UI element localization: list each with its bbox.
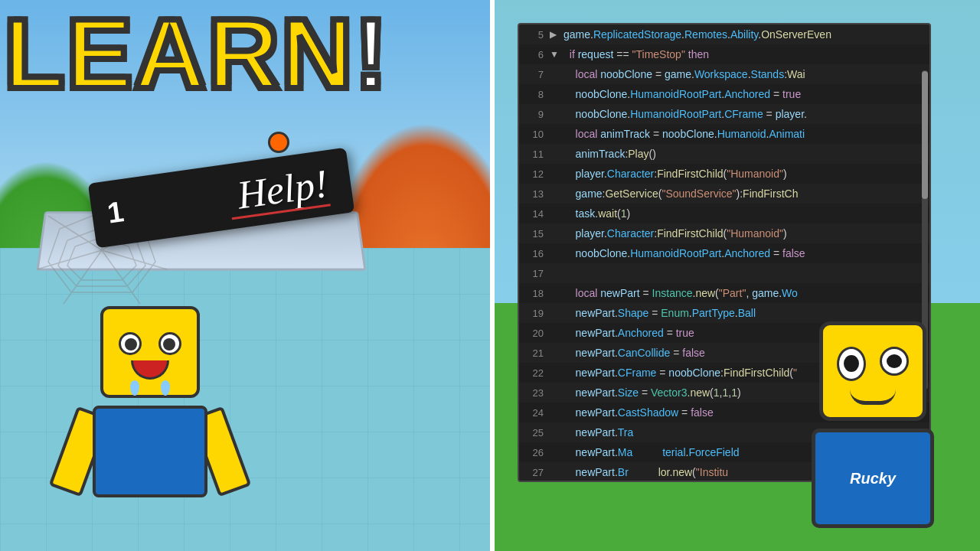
learn-title: LEARN! [4, 4, 389, 103]
left-panel: 1 Help! LEARN! [0, 0, 505, 551]
char-right-eye-right [880, 347, 909, 376]
code-17 [564, 267, 567, 279]
code-25: newPart.Tra [564, 426, 633, 439]
svg-line-3 [102, 250, 140, 304]
arrow-25 [550, 427, 560, 438]
code-5: game.ReplicatedStorage.Remotes.Ability.O… [564, 28, 831, 41]
code-13: game:GetService("SoundService"):FindFirs… [564, 187, 798, 200]
arrow-18 [550, 288, 560, 298]
arrow-11 [550, 148, 560, 159]
line-num-6: 6 [522, 49, 544, 60]
code-line-8: 8 noobClone.HumanoidRootPart.Anchored = … [519, 84, 929, 104]
exclaim-dot [268, 132, 289, 153]
scrollbar-thumb[interactable] [922, 71, 928, 199]
code-11: animTrack:Play() [564, 148, 656, 160]
arrow-27 [550, 467, 560, 478]
code-23: newPart.Size = Vector3.new(1,1,1) [564, 386, 741, 399]
arrow-16 [550, 248, 560, 259]
line-num-13: 13 [522, 188, 544, 200]
line-num-26: 26 [522, 447, 544, 458]
code-line-12: 12 player.Character:FindFirstChild("Huma… [519, 164, 929, 184]
char-mouth-left [131, 360, 169, 380]
character-right: Rucky [766, 321, 980, 551]
code-16: noobClone.HumanoidRootPart.Anchored = fa… [564, 247, 805, 259]
code-line-9: 9 noobClone.HumanoidRootPart.CFrame = pl… [519, 104, 929, 124]
code-line-15: 15 player.Character:FindFirstChild("Huma… [519, 223, 929, 243]
code-14: task.wait(1) [564, 207, 630, 220]
line-num-20: 20 [522, 328, 544, 339]
code-line-7: 7 local noobClone = game.Workspace.Stand… [519, 64, 929, 84]
code-line-6: 6 ▼ if request == "TimeStop" then [519, 44, 929, 64]
code-line-5: 5 ▶ game.ReplicatedStorage.Remotes.Abili… [519, 24, 929, 44]
line-num-27: 27 [522, 467, 544, 478]
line-num-22: 22 [522, 367, 544, 379]
arrow-19 [550, 308, 560, 318]
learn-text: LEARN [4, 0, 354, 109]
character-left [51, 306, 250, 551]
arrow-6: ▼ [550, 49, 560, 60]
code-22: newPart.CFrame = noobClone:FindFirstChil… [564, 367, 797, 379]
arrow-15 [550, 228, 560, 239]
code-7: local noobClone = game.Workspace.Stands:… [564, 68, 805, 80]
svg-line-4 [64, 250, 102, 304]
code-line-19: 19 newPart.Shape = Enum.PartType.Ball [519, 303, 929, 323]
arrow-9 [550, 109, 560, 119]
line-num-14: 14 [522, 208, 544, 220]
code-18: local newPart = Instance.new("Part", gam… [564, 287, 798, 299]
code-line-18: 18 local newPart = Instance.new("Part", … [519, 283, 929, 303]
line-num-24: 24 [522, 407, 544, 419]
code-6: if request == "TimeStop" then [564, 48, 709, 60]
arrow-13 [550, 188, 560, 199]
exclaim-mark: ! [354, 0, 389, 109]
line-num-5: 5 [522, 29, 544, 41]
code-20: newPart.Anchored = true [564, 327, 694, 339]
code-line-11: 11 animTrack:Play() [519, 144, 929, 164]
char-right-mouth [850, 390, 896, 405]
line-num-12: 12 [522, 168, 544, 180]
code-line-16: 16 noobClone.HumanoidRootPart.Anchored =… [519, 243, 929, 263]
line-num-15: 15 [522, 228, 544, 240]
code-line-14: 14 task.wait(1) [519, 204, 929, 223]
code-27: newPart.Br lor.new("Institu [564, 466, 728, 478]
char-eye-right [158, 332, 181, 355]
line-num-7: 7 [522, 69, 544, 80]
char-right-eye-left [837, 347, 866, 381]
char-head-left [100, 306, 200, 398]
char-torso-left [93, 406, 207, 497]
line-num-25: 25 [522, 427, 544, 439]
right-panel: 5 ▶ game.ReplicatedStorage.Remotes.Abili… [495, 0, 980, 551]
code-26: newPart.Ma terial.ForceField [564, 446, 740, 458]
arrow-8 [550, 89, 560, 99]
code-10: local animTrack = noobClone.Humanoid.Ani… [564, 128, 805, 140]
arrow-10 [550, 129, 560, 139]
arrow-12 [550, 168, 560, 179]
arrow-26 [550, 447, 560, 458]
tear-right [161, 380, 170, 396]
char-right-logo: Rucky [850, 470, 896, 487]
arrow-22 [550, 367, 560, 378]
char-eye-left [119, 332, 142, 355]
arrow-24 [550, 407, 560, 418]
line-num-18: 18 [522, 288, 544, 299]
tear-left [130, 380, 139, 396]
code-8: noobClone.HumanoidRootPart.Anchored = tr… [564, 88, 801, 100]
code-line-10: 10 local animTrack = noobClone.Humanoid.… [519, 124, 929, 144]
arrow-20 [550, 328, 560, 338]
line-num-9: 9 [522, 109, 544, 120]
code-19: newPart.Shape = Enum.PartType.Ball [564, 307, 756, 319]
code-24: newPart.CastShadow = false [564, 406, 714, 419]
arrow-5: ▶ [550, 29, 560, 40]
panel-divider [490, 0, 495, 551]
code-15: player.Character:FindFirstChild("Humanoi… [564, 227, 787, 240]
help-number: 1 [105, 195, 126, 230]
line-num-21: 21 [522, 347, 544, 359]
arrow-17 [550, 268, 560, 279]
arrow-23 [550, 387, 560, 398]
code-21: newPart.CanCollide = false [564, 347, 705, 359]
help-text: Help! [234, 161, 330, 218]
code-9: noobClone.HumanoidRootPart.CFrame = play… [564, 108, 807, 120]
line-num-8: 8 [522, 89, 544, 100]
line-num-17: 17 [522, 268, 544, 279]
line-num-11: 11 [522, 148, 544, 160]
line-num-10: 10 [522, 129, 544, 140]
